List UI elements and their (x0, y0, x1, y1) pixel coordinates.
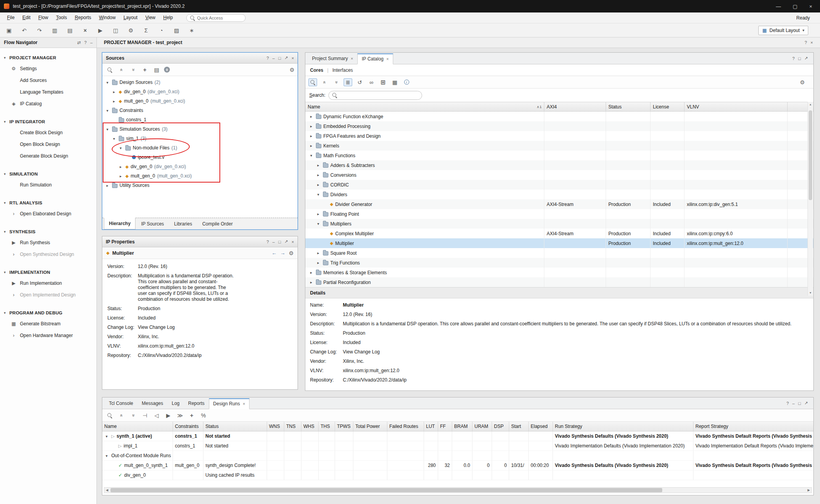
catalog-search-box[interactable] (328, 91, 422, 100)
search-icon[interactable] (105, 66, 114, 74)
menu-reports[interactable]: Reports (71, 12, 95, 23)
catalog-row-floating-point[interactable]: ▸Floating Point (305, 209, 813, 219)
expander-icon[interactable]: ▾ (105, 108, 110, 113)
catalog-search-input[interactable] (340, 92, 410, 98)
maximize-button[interactable]: ▢ (793, 4, 797, 9)
catalog-row-multipliers[interactable]: ▾Multipliers (305, 219, 813, 229)
close-icon[interactable]: × (292, 56, 294, 60)
sources-tab-libraries[interactable]: Libraries (169, 218, 197, 229)
subtab-interfaces[interactable]: Interfaces (332, 67, 353, 73)
catalog-row-conversions[interactable]: ▸Conversions (305, 170, 813, 180)
tree-item-div-gen-0[interactable]: ▸◆div_gen_0 (div_gen_0.xci) (102, 162, 298, 171)
messages-badge[interactable]: 0 (164, 67, 170, 73)
runs-column-total-power[interactable]: Total Power (353, 422, 387, 431)
flow-item-open-hardware-manager[interactable]: ›Open Hardware Manager (0, 330, 96, 341)
runs-column-tns[interactable]: TNS (284, 422, 301, 431)
help-icon[interactable]: ? (786, 401, 789, 406)
tree-item-non-module-files[interactable]: ▾Non-module Files (1) (102, 143, 298, 153)
flow-item-ip-catalog[interactable]: ◈IP Catalog (0, 98, 96, 110)
sources-tab-ip-sources[interactable]: IP Sources (136, 218, 168, 229)
runs-tab-reports[interactable]: Reports (184, 398, 209, 409)
catalog-column-license[interactable]: License (651, 102, 685, 111)
catalog-row-math-functions[interactable]: ▾Math Functions (305, 151, 813, 160)
catalog-tab-ip-catalog[interactable]: IP Catalog× (357, 53, 393, 64)
close-icon[interactable]: × (811, 40, 813, 45)
expander-icon[interactable]: ▾ (105, 80, 110, 85)
field-value[interactable]: Production (138, 306, 236, 312)
expander-icon[interactable]: ▾ (316, 222, 321, 226)
report-icon[interactable]: ▤ (66, 27, 74, 34)
copy-icon[interactable]: ▥ (50, 27, 59, 34)
runs-column-report-strategy[interactable]: Report Strategy (693, 422, 813, 431)
float-icon[interactable]: ↗ (284, 55, 288, 60)
expander-icon[interactable]: ▸ (308, 124, 314, 128)
run-row-synth-1-active[interactable]: ▾▷synth_1 (active)constrs_1Not startedVi… (102, 431, 813, 441)
sources-tab-hierarchy[interactable]: Hierarchy (104, 218, 135, 229)
tree-item-mult-gen-0[interactable]: ▸◆mult_gen_0 (mult_gen_0.xci) (102, 96, 298, 106)
runs-scrollbar[interactable]: ◀ ▶ (104, 487, 812, 493)
expander-icon[interactable]: ▸ (118, 174, 123, 178)
maximize-icon[interactable]: □ (278, 240, 281, 244)
catalog-row-fpga-features-and-design[interactable]: ▸FPGA Features and Design (305, 131, 813, 141)
save-icon[interactable]: ▣ (5, 27, 13, 34)
flow-item-language-templates[interactable]: Language Templates (0, 86, 96, 98)
close-tab-icon[interactable]: × (386, 57, 389, 61)
wand-icon[interactable]: ∗ (187, 27, 196, 34)
maximize-icon[interactable]: □ (798, 56, 801, 61)
flow-item-generate-bitstream[interactable]: ▦Generate Bitstream (0, 318, 96, 330)
expand-all-icon[interactable]: « (332, 78, 340, 86)
flow-item-open-synthesized-design[interactable]: ›Open Synthesized Design (0, 248, 96, 260)
go-to-start-icon[interactable]: ⊣ (141, 412, 149, 419)
minimize-icon[interactable]: ‒ (273, 56, 275, 60)
catalog-column-axi4[interactable]: AXI4 (544, 102, 606, 111)
scrollbar-thumb[interactable] (809, 110, 812, 200)
flow-section-header[interactable]: ▾IMPLEMENTATION (0, 267, 96, 277)
collapse-all-icon[interactable]: « (117, 412, 126, 419)
flow-item-open-block-design[interactable]: Open Block Design (0, 138, 96, 150)
expander-icon[interactable]: ▸ (316, 251, 321, 255)
catalog-row-partial-reconfiguration[interactable]: ▸Partial Reconfiguration (305, 277, 813, 287)
settings-gear-icon[interactable]: ⚙ (289, 250, 294, 256)
flow-section-header[interactable]: ▾IP INTEGRATOR (0, 117, 96, 127)
expander-icon[interactable]: ▾ (104, 454, 109, 458)
percent-icon[interactable]: % (199, 412, 208, 419)
info-icon[interactable]: i (402, 78, 411, 86)
flow-section-header[interactable]: ▾PROJECT MANAGER (0, 53, 96, 63)
runs-column-status[interactable]: Status (203, 422, 267, 431)
minimize-icon[interactable]: ‒ (792, 401, 795, 406)
tree-item-mult-gen-0[interactable]: ▸◆mult_gen_0 (mult_gen_0.xci) (102, 171, 298, 181)
file-icon[interactable]: ▤ (152, 66, 161, 74)
expander-icon[interactable]: ▾ (118, 146, 123, 150)
expander-icon[interactable]: ▸ (316, 183, 321, 187)
undo-icon[interactable]: ↶ (20, 27, 29, 34)
catalog-scrollbar[interactable]: ▲ ▼ (808, 102, 813, 296)
runs-column-elapsed[interactable]: Elapsed (529, 422, 553, 431)
timer-icon[interactable]: ◔ (157, 27, 166, 34)
expander-icon[interactable]: ▾ (308, 153, 314, 158)
layout-selector[interactable]: ▦ Default Layout ▾ (758, 26, 808, 35)
field-value[interactable]: Production (343, 330, 809, 336)
expander-icon[interactable]: ▸ (111, 90, 117, 94)
quick-access[interactable] (186, 14, 246, 22)
tree-item-sim-1[interactable]: ▾sim_1 (3) (102, 134, 298, 143)
sources-tab-compile-order[interactable]: Compile Order (198, 218, 237, 229)
menu-edit[interactable]: Edit (18, 12, 34, 23)
float-icon[interactable]: ↗ (804, 401, 808, 406)
expander-icon[interactable]: ▸ (308, 270, 314, 275)
runs-tab-messages[interactable]: Messages (137, 398, 168, 409)
runs-column-name[interactable]: Name (102, 422, 173, 431)
catalog-row-dividers[interactable]: ▾Dividers (305, 190, 813, 199)
runs-column-run-strategy[interactable]: Run Strategy (553, 422, 693, 431)
close-button[interactable]: × (809, 4, 812, 9)
scroll-up-icon[interactable]: ▲ (808, 102, 813, 107)
run-icon[interactable]: ▶ (164, 412, 173, 419)
menu-help[interactable]: Help (159, 12, 177, 23)
step-back-icon[interactable]: ◁ (152, 412, 161, 419)
flow-item-open-elaborated-design[interactable]: ›Open Elaborated Design (0, 208, 96, 220)
run-row-impl-1[interactable]: ▷impl_1constrs_1Not startedVivado Implem… (102, 441, 813, 451)
add-sources-icon[interactable]: + (141, 66, 149, 74)
close-tab-icon[interactable]: × (243, 401, 245, 406)
flow-item-add-sources[interactable]: Add Sources (0, 75, 96, 86)
expand-all-icon[interactable]: « (129, 66, 137, 74)
help-icon[interactable]: ? (804, 40, 807, 45)
